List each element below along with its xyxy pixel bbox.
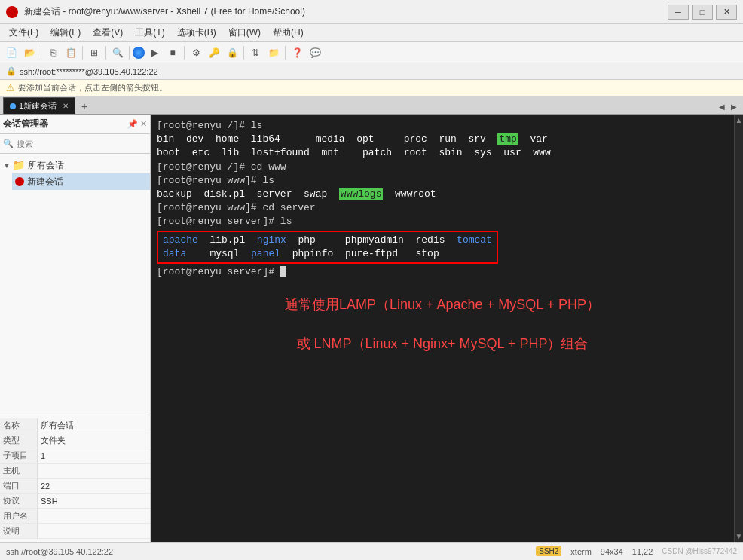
info-row-type: 类型 文件夹 <box>0 433 150 448</box>
tab-navigation: ◀ ▶ <box>716 99 740 114</box>
menu-tabs[interactable]: 选项卡(B) <box>171 25 222 41</box>
toolbar-paste[interactable]: 📋 <box>63 44 79 61</box>
toolbar-sep-6 <box>243 46 244 60</box>
menu-help[interactable]: 帮助(H) <box>267 25 310 41</box>
toolbar-sep-2 <box>82 46 83 60</box>
title-bar: 新建会话 - root@renyu:/www/server - Xshell 7… <box>0 0 743 24</box>
toolbar-key[interactable]: 🔑 <box>206 44 222 61</box>
terminal-size: 94x34 <box>601 547 623 556</box>
cursor <box>280 266 286 277</box>
notice-icon: ⚠ <box>6 82 15 93</box>
terminal-line-4: [root@renyu www]# cd server <box>157 201 728 215</box>
app-icon <box>6 6 18 18</box>
sidebar: 会话管理器 📌 ✕ 🔍 ▼ 📁 所有会话 新建会话 名称 所有会话 <box>0 115 151 542</box>
info-label-host: 主机 <box>0 464 38 478</box>
toolbar-open[interactable]: 📂 <box>21 44 38 61</box>
scroll-up-icon[interactable]: ▲ <box>735 116 743 124</box>
terminal-line-ls3: backup disk.pl server swap wwwlogs wwwro… <box>157 188 728 201</box>
tab-close-icon[interactable]: ✕ <box>63 102 69 110</box>
info-value-port: 22 <box>38 482 53 491</box>
tree-new-session-label: 新建会话 <box>27 176 63 188</box>
tab-add-button[interactable]: + <box>77 99 92 114</box>
menu-bar: 文件(F) 编辑(E) 查看(V) 工具(T) 选项卡(B) 窗口(W) 帮助(… <box>0 24 743 42</box>
watermark: CSDN @Hiss9772442 <box>662 547 737 555</box>
toolbar-sep-7 <box>285 46 286 60</box>
info-row-description: 说明 <box>0 524 150 539</box>
info-value-type: 文件夹 <box>38 435 69 446</box>
lamp-text-line1: 通常使用LAMP（Linux + Apache + MySQL + PHP） <box>157 291 728 318</box>
ssh-address: ssh://root:*********@39.105.40.122:22 <box>20 67 158 76</box>
tree-all-sessions[interactable]: ▼ 📁 所有会话 <box>0 157 150 173</box>
tab-prev-button[interactable]: ◀ <box>716 99 728 114</box>
terminal-line-2: [root@renyu /]# cd www <box>157 161 728 174</box>
cursor-position: 11,22 <box>632 547 653 556</box>
sidebar-pin-button[interactable]: 📌 ✕ <box>127 119 147 129</box>
notice-bar: ⚠ 要添加当前会话，点击左侧的箭头按钮。 <box>0 80 743 96</box>
toolbar-transfer[interactable]: ⇅ <box>247 44 264 61</box>
info-row-port: 端口 22 <box>0 479 150 494</box>
scroll-down-icon[interactable]: ▼ <box>735 532 743 540</box>
menu-tools[interactable]: 工具(T) <box>129 25 170 41</box>
info-row-username: 用户名 <box>0 509 150 524</box>
tab-bar: 1新建会话 ✕ + ◀ ▶ <box>0 96 743 115</box>
status-path: ssh://root@39.105.40.122:22 <box>6 547 113 556</box>
terminal-line-1: [root@renyu /]# ls <box>157 119 728 133</box>
info-row-host: 主机 <box>0 464 150 479</box>
sidebar-header: 会话管理器 📌 ✕ <box>0 115 150 134</box>
info-value-children: 1 <box>38 451 48 461</box>
close-button[interactable]: ✕ <box>716 5 737 20</box>
main-content: 会话管理器 📌 ✕ 🔍 ▼ 📁 所有会话 新建会话 名称 所有会话 <box>0 115 743 542</box>
tab-new-session[interactable]: 1新建会话 ✕ <box>3 97 75 114</box>
toolbar-copy[interactable]: ⎘ <box>44 44 61 61</box>
toolbar-layout[interactable]: ⊞ <box>86 44 102 61</box>
minimize-button[interactable]: ─ <box>668 5 689 20</box>
info-label-type: 类型 <box>0 433 38 448</box>
window-title: 新建会话 - root@renyu:/www/server - Xshell 7… <box>24 5 305 18</box>
terminal-line-prompt: [root@renyu server]# <box>157 265 728 279</box>
toolbar: 📄 📂 ⎘ 📋 ⊞ 🔍 ▶ ■ ⚙ 🔑 🔒 ⇅ 📁 ❓ 💬 <box>0 42 743 63</box>
terminal-line-ls2: boot etc lib lost+found mnt patch root s… <box>157 146 728 160</box>
toolbar-disconnect[interactable]: ■ <box>164 44 181 61</box>
notice-text: 要添加当前会话，点击左侧的箭头按钮。 <box>18 82 167 93</box>
info-row-protocol: 协议 SSH <box>0 494 150 509</box>
status-bar: ssh://root@39.105.40.122:22 SSH2 xterm 9… <box>0 542 743 560</box>
ssh2-badge: SSH2 <box>536 546 561 556</box>
tree-new-session[interactable]: 新建会话 <box>12 173 150 190</box>
toolbar-sep-4 <box>129 46 130 60</box>
info-label-name: 名称 <box>0 418 38 433</box>
info-label-username: 用户名 <box>0 509 38 523</box>
scrollbar[interactable]: ▲ ▼ <box>734 115 743 542</box>
toolbar-search[interactable]: 🔍 <box>109 44 126 61</box>
terminal-line-3: [root@renyu www]# ls <box>157 174 728 188</box>
tab-label: 1新建会话 <box>19 100 57 112</box>
maximize-button[interactable]: □ <box>692 5 713 20</box>
folder-icon: 📁 <box>12 159 25 171</box>
toolbar-lock[interactable]: 🔒 <box>224 44 240 61</box>
lock-icon: 🔒 <box>6 66 17 76</box>
toolbar-help[interactable]: ❓ <box>289 44 305 61</box>
menu-window[interactable]: 窗口(W) <box>222 25 267 41</box>
info-value-name: 所有会话 <box>38 420 77 431</box>
toolbar-comment[interactable]: 💬 <box>307 44 323 61</box>
lamp-text-line2: 或 LNMP（Linux + Nginx+ MySQL + PHP）组合 <box>157 330 728 357</box>
tree-all-sessions-label: 所有会话 <box>28 159 64 172</box>
tab-next-button[interactable]: ▶ <box>728 99 740 114</box>
toolbar-settings[interactable]: ⚙ <box>188 44 204 61</box>
ssh-address-bar: 🔒 ssh://root:*********@39.105.40.122:22 <box>0 63 743 80</box>
menu-file[interactable]: 文件(F) <box>3 25 44 41</box>
toolbar-sftp[interactable]: 📁 <box>265 44 282 61</box>
terminal-line-5: [root@renyu server]# ls <box>157 215 728 228</box>
terminal[interactable]: [root@renyu /]# ls bin dev home lib64 me… <box>151 115 734 542</box>
session-tree: ▼ 📁 所有会话 新建会话 <box>0 154 150 415</box>
toolbar-new[interactable]: 📄 <box>3 44 20 61</box>
status-right: SSH2 xterm 94x34 11,22 CSDN @Hiss9772442 <box>536 546 737 556</box>
menu-view[interactable]: 查看(V) <box>87 25 129 41</box>
tab-indicator <box>10 103 16 109</box>
info-label-protocol: 协议 <box>0 494 38 508</box>
info-panel: 名称 所有会话 类型 文件夹 子项目 1 主机 端口 22 协议 SSH <box>0 415 150 542</box>
globe-icon <box>133 47 145 59</box>
search-input[interactable] <box>17 139 147 148</box>
menu-edit[interactable]: 编辑(E) <box>44 25 87 41</box>
toolbar-connect[interactable]: ▶ <box>146 44 163 61</box>
wwwlogs-highlight: wwwlogs <box>339 188 384 200</box>
